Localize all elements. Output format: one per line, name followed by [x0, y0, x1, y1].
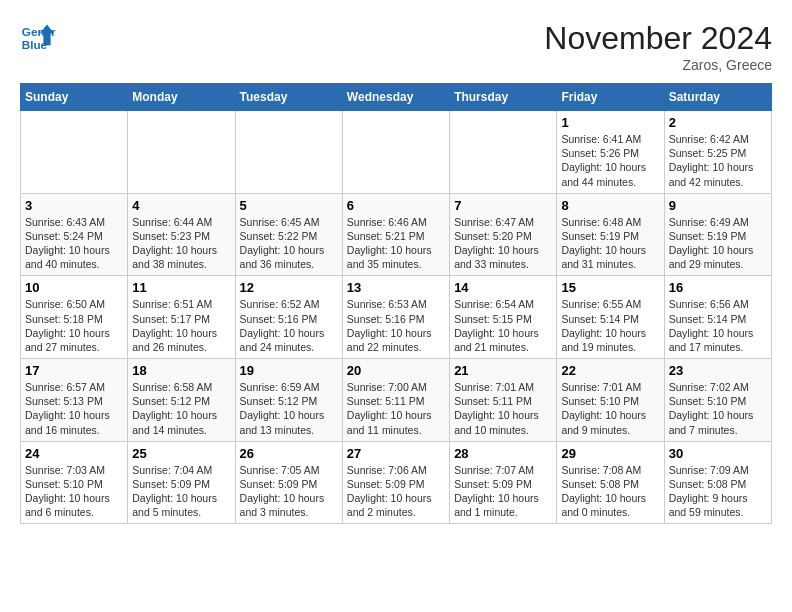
- day-info: Sunrise: 6:45 AM Sunset: 5:22 PM Dayligh…: [240, 215, 338, 272]
- day-info: Sunrise: 6:53 AM Sunset: 5:16 PM Dayligh…: [347, 297, 445, 354]
- location: Zaros, Greece: [544, 57, 772, 73]
- week-row-2: 10Sunrise: 6:50 AM Sunset: 5:18 PM Dayli…: [21, 276, 772, 359]
- day-info: Sunrise: 7:06 AM Sunset: 5:09 PM Dayligh…: [347, 463, 445, 520]
- weekday-header-thursday: Thursday: [450, 84, 557, 111]
- day-cell: 10Sunrise: 6:50 AM Sunset: 5:18 PM Dayli…: [21, 276, 128, 359]
- day-cell: 13Sunrise: 6:53 AM Sunset: 5:16 PM Dayli…: [342, 276, 449, 359]
- day-number: 1: [561, 115, 659, 130]
- day-info: Sunrise: 6:54 AM Sunset: 5:15 PM Dayligh…: [454, 297, 552, 354]
- day-cell: 19Sunrise: 6:59 AM Sunset: 5:12 PM Dayli…: [235, 359, 342, 442]
- day-info: Sunrise: 7:05 AM Sunset: 5:09 PM Dayligh…: [240, 463, 338, 520]
- day-info: Sunrise: 6:59 AM Sunset: 5:12 PM Dayligh…: [240, 380, 338, 437]
- title-area: November 2024 Zaros, Greece: [544, 20, 772, 73]
- day-info: Sunrise: 6:48 AM Sunset: 5:19 PM Dayligh…: [561, 215, 659, 272]
- day-cell: 8Sunrise: 6:48 AM Sunset: 5:19 PM Daylig…: [557, 193, 664, 276]
- day-number: 8: [561, 198, 659, 213]
- day-cell: [128, 111, 235, 194]
- day-number: 16: [669, 280, 767, 295]
- header: General Blue November 2024 Zaros, Greece: [20, 20, 772, 73]
- week-row-3: 17Sunrise: 6:57 AM Sunset: 5:13 PM Dayli…: [21, 359, 772, 442]
- weekday-header-sunday: Sunday: [21, 84, 128, 111]
- weekday-header-friday: Friday: [557, 84, 664, 111]
- day-cell: [235, 111, 342, 194]
- day-cell: 24Sunrise: 7:03 AM Sunset: 5:10 PM Dayli…: [21, 441, 128, 524]
- day-cell: [21, 111, 128, 194]
- weekday-header-wednesday: Wednesday: [342, 84, 449, 111]
- day-cell: 7Sunrise: 6:47 AM Sunset: 5:20 PM Daylig…: [450, 193, 557, 276]
- day-number: 5: [240, 198, 338, 213]
- day-cell: 14Sunrise: 6:54 AM Sunset: 5:15 PM Dayli…: [450, 276, 557, 359]
- weekday-header-monday: Monday: [128, 84, 235, 111]
- day-cell: [342, 111, 449, 194]
- day-number: 7: [454, 198, 552, 213]
- day-info: Sunrise: 7:01 AM Sunset: 5:11 PM Dayligh…: [454, 380, 552, 437]
- day-number: 11: [132, 280, 230, 295]
- weekday-header-row: SundayMondayTuesdayWednesdayThursdayFrid…: [21, 84, 772, 111]
- logo: General Blue: [20, 20, 56, 56]
- day-info: Sunrise: 6:56 AM Sunset: 5:14 PM Dayligh…: [669, 297, 767, 354]
- day-cell: 11Sunrise: 6:51 AM Sunset: 5:17 PM Dayli…: [128, 276, 235, 359]
- day-cell: 5Sunrise: 6:45 AM Sunset: 5:22 PM Daylig…: [235, 193, 342, 276]
- day-number: 12: [240, 280, 338, 295]
- day-cell: 23Sunrise: 7:02 AM Sunset: 5:10 PM Dayli…: [664, 359, 771, 442]
- day-info: Sunrise: 6:55 AM Sunset: 5:14 PM Dayligh…: [561, 297, 659, 354]
- day-info: Sunrise: 6:44 AM Sunset: 5:23 PM Dayligh…: [132, 215, 230, 272]
- day-number: 21: [454, 363, 552, 378]
- day-number: 24: [25, 446, 123, 461]
- day-number: 25: [132, 446, 230, 461]
- day-number: 9: [669, 198, 767, 213]
- day-info: Sunrise: 7:01 AM Sunset: 5:10 PM Dayligh…: [561, 380, 659, 437]
- day-number: 2: [669, 115, 767, 130]
- day-cell: 16Sunrise: 6:56 AM Sunset: 5:14 PM Dayli…: [664, 276, 771, 359]
- calendar-table: SundayMondayTuesdayWednesdayThursdayFrid…: [20, 83, 772, 524]
- day-info: Sunrise: 6:52 AM Sunset: 5:16 PM Dayligh…: [240, 297, 338, 354]
- day-cell: 20Sunrise: 7:00 AM Sunset: 5:11 PM Dayli…: [342, 359, 449, 442]
- day-info: Sunrise: 7:08 AM Sunset: 5:08 PM Dayligh…: [561, 463, 659, 520]
- day-info: Sunrise: 7:09 AM Sunset: 5:08 PM Dayligh…: [669, 463, 767, 520]
- logo-icon: General Blue: [20, 20, 56, 56]
- day-cell: 29Sunrise: 7:08 AM Sunset: 5:08 PM Dayli…: [557, 441, 664, 524]
- day-number: 15: [561, 280, 659, 295]
- day-number: 22: [561, 363, 659, 378]
- day-number: 29: [561, 446, 659, 461]
- day-cell: 30Sunrise: 7:09 AM Sunset: 5:08 PM Dayli…: [664, 441, 771, 524]
- week-row-1: 3Sunrise: 6:43 AM Sunset: 5:24 PM Daylig…: [21, 193, 772, 276]
- day-info: Sunrise: 6:41 AM Sunset: 5:26 PM Dayligh…: [561, 132, 659, 189]
- week-row-4: 24Sunrise: 7:03 AM Sunset: 5:10 PM Dayli…: [21, 441, 772, 524]
- day-cell: 9Sunrise: 6:49 AM Sunset: 5:19 PM Daylig…: [664, 193, 771, 276]
- day-cell: 4Sunrise: 6:44 AM Sunset: 5:23 PM Daylig…: [128, 193, 235, 276]
- day-info: Sunrise: 6:51 AM Sunset: 5:17 PM Dayligh…: [132, 297, 230, 354]
- day-number: 19: [240, 363, 338, 378]
- day-number: 14: [454, 280, 552, 295]
- day-number: 28: [454, 446, 552, 461]
- day-number: 23: [669, 363, 767, 378]
- day-cell: 15Sunrise: 6:55 AM Sunset: 5:14 PM Dayli…: [557, 276, 664, 359]
- day-cell: 6Sunrise: 6:46 AM Sunset: 5:21 PM Daylig…: [342, 193, 449, 276]
- day-cell: 12Sunrise: 6:52 AM Sunset: 5:16 PM Dayli…: [235, 276, 342, 359]
- day-info: Sunrise: 7:02 AM Sunset: 5:10 PM Dayligh…: [669, 380, 767, 437]
- day-info: Sunrise: 6:47 AM Sunset: 5:20 PM Dayligh…: [454, 215, 552, 272]
- day-number: 30: [669, 446, 767, 461]
- day-info: Sunrise: 6:50 AM Sunset: 5:18 PM Dayligh…: [25, 297, 123, 354]
- day-number: 20: [347, 363, 445, 378]
- day-number: 27: [347, 446, 445, 461]
- day-cell: 18Sunrise: 6:58 AM Sunset: 5:12 PM Dayli…: [128, 359, 235, 442]
- day-cell: 21Sunrise: 7:01 AM Sunset: 5:11 PM Dayli…: [450, 359, 557, 442]
- day-info: Sunrise: 7:07 AM Sunset: 5:09 PM Dayligh…: [454, 463, 552, 520]
- day-number: 17: [25, 363, 123, 378]
- day-cell: 27Sunrise: 7:06 AM Sunset: 5:09 PM Dayli…: [342, 441, 449, 524]
- day-number: 26: [240, 446, 338, 461]
- day-cell: 26Sunrise: 7:05 AM Sunset: 5:09 PM Dayli…: [235, 441, 342, 524]
- day-info: Sunrise: 6:49 AM Sunset: 5:19 PM Dayligh…: [669, 215, 767, 272]
- day-cell: 22Sunrise: 7:01 AM Sunset: 5:10 PM Dayli…: [557, 359, 664, 442]
- day-number: 6: [347, 198, 445, 213]
- day-cell: [450, 111, 557, 194]
- week-row-0: 1Sunrise: 6:41 AM Sunset: 5:26 PM Daylig…: [21, 111, 772, 194]
- month-title: November 2024: [544, 20, 772, 57]
- day-info: Sunrise: 6:46 AM Sunset: 5:21 PM Dayligh…: [347, 215, 445, 272]
- day-info: Sunrise: 7:04 AM Sunset: 5:09 PM Dayligh…: [132, 463, 230, 520]
- day-number: 3: [25, 198, 123, 213]
- day-cell: 2Sunrise: 6:42 AM Sunset: 5:25 PM Daylig…: [664, 111, 771, 194]
- day-info: Sunrise: 6:43 AM Sunset: 5:24 PM Dayligh…: [25, 215, 123, 272]
- day-number: 18: [132, 363, 230, 378]
